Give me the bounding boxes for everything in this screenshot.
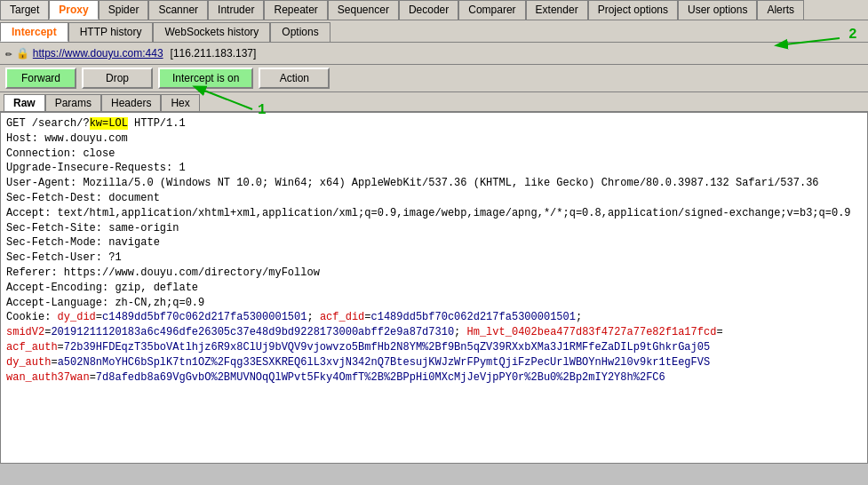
http-line-9: Sec-Fetch-Mode: navigate bbox=[6, 235, 862, 250]
tab-spider[interactable]: Spider bbox=[99, 0, 149, 20]
content-tab-hex[interactable]: Hex bbox=[161, 94, 199, 111]
action-button[interactable]: Action bbox=[259, 68, 330, 89]
http-line-11: Referer: https://www.douyu.com/directory… bbox=[6, 266, 862, 281]
sub-tab-intercept[interactable]: Intercept bbox=[0, 22, 68, 42]
tab-intruder[interactable]: Intruder bbox=[208, 0, 264, 20]
http-line-2: Host: www.douyu.com bbox=[6, 131, 862, 147]
tab-sequencer[interactable]: Sequencer bbox=[328, 0, 399, 20]
tab-extender[interactable]: Extender bbox=[526, 0, 588, 20]
http-line-15: smidV2=20191211120183a6c496dfe26305c37e4… bbox=[6, 325, 862, 340]
http-line-12: Accept-Encoding: gzip, deflate bbox=[6, 281, 862, 296]
action-row-container: Forward Drop Intercept is on Action 1 bbox=[0, 65, 868, 92]
content-tab-raw[interactable]: Raw bbox=[4, 94, 45, 111]
tab-user-options[interactable]: User options bbox=[678, 0, 757, 20]
tab-repeater[interactable]: Repeater bbox=[264, 0, 327, 20]
action-row: Forward Drop Intercept is on Action bbox=[0, 65, 868, 92]
http-line-10: Sec-Fetch-User: ?1 bbox=[6, 250, 862, 266]
content-tabs: Raw Params Headers Hex bbox=[0, 92, 868, 112]
tab-comparer[interactable]: Comparer bbox=[458, 0, 525, 20]
sub-tab-websockets-history[interactable]: WebSockets history bbox=[153, 22, 270, 42]
sub-tab-options[interactable]: Options bbox=[270, 22, 330, 42]
tab-decoder[interactable]: Decoder bbox=[399, 0, 458, 20]
http-line-13: Accept-Language: zh-CN,zh;q=0.9 bbox=[6, 296, 862, 311]
tab-target[interactable]: Target bbox=[0, 0, 49, 20]
top-nav: Target Proxy Spider Scanner Intruder Rep… bbox=[0, 0, 868, 20]
tab-alerts[interactable]: Alerts bbox=[757, 0, 804, 20]
drop-button[interactable]: Drop bbox=[82, 68, 153, 89]
toolbar: ✏️ 🔒 https://www.douyu.com:443 [116.211.… bbox=[0, 43, 868, 65]
http-line-8: Sec-Fetch-Site: same-origin bbox=[6, 221, 862, 236]
http-line-1: GET /search/?kw=LOL HTTP/1.1 bbox=[6, 116, 862, 131]
tab-project-options[interactable]: Project options bbox=[588, 0, 678, 20]
http-line-18: wan_auth37wan=7d8afedb8a69VgGvbO%2BMUVNO… bbox=[6, 370, 862, 386]
tab-scanner[interactable]: Scanner bbox=[148, 0, 208, 20]
http-line-6: Sec-Fetch-Dest: document bbox=[6, 191, 862, 206]
sub-tab-http-history[interactable]: HTTP history bbox=[68, 22, 154, 42]
tab-proxy[interactable]: Proxy bbox=[49, 0, 98, 20]
http-line-7: Accept: text/html,application/xhtml+xml,… bbox=[6, 206, 862, 221]
sub-nav-container: Intercept HTTP history WebSockets histor… bbox=[0, 20, 868, 43]
sub-nav: Intercept HTTP history WebSockets histor… bbox=[0, 20, 868, 43]
lock-icon: 🔒 bbox=[16, 47, 29, 60]
http-line-3: Connection: close bbox=[6, 147, 862, 162]
ip-text: [116.211.183.137] bbox=[171, 47, 257, 60]
edit-icon[interactable]: ✏️ bbox=[5, 46, 12, 60]
forward-button[interactable]: Forward bbox=[5, 68, 76, 89]
http-line-16: acf_auth=72b39HFDEqzT35boVAtlhjz6R9x8ClU… bbox=[6, 340, 862, 355]
http-line-4: Upgrade-Insecure-Requests: 1 bbox=[6, 161, 862, 176]
http-content[interactable]: GET /search/?kw=LOL HTTP/1.1 Host: www.d… bbox=[0, 112, 868, 464]
http-line-17: dy_auth=a502N8nMoYHC6bSplK7tn1OZ%2Fqg33E… bbox=[6, 355, 862, 370]
url-bar: https://www.douyu.com:443 [116.211.183.1… bbox=[33, 47, 257, 60]
intercept-on-button[interactable]: Intercept is on bbox=[158, 68, 253, 89]
http-line-5: User-Agent: Mozilla/5.0 (Windows NT 10.0… bbox=[6, 176, 862, 191]
content-tab-params[interactable]: Params bbox=[45, 94, 101, 111]
http-line-14: Cookie: dy_did=c1489dd5bf70c062d217fa530… bbox=[6, 310, 862, 325]
url-text[interactable]: https://www.douyu.com:443 bbox=[33, 47, 163, 60]
content-tab-headers[interactable]: Headers bbox=[101, 94, 161, 111]
